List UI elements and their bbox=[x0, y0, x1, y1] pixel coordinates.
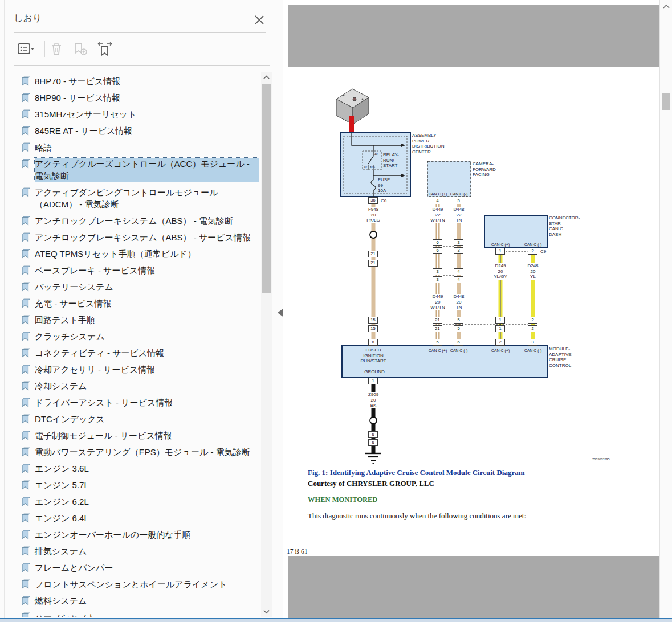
bookmark-icon bbox=[21, 612, 31, 617]
bookmark-item[interactable]: DTCインデックス bbox=[0, 411, 261, 427]
pin-box: 2 bbox=[528, 325, 537, 332]
scroll-down-icon[interactable] bbox=[262, 607, 271, 616]
pin-box: 6 bbox=[368, 431, 378, 438]
bookmark-options-button[interactable] bbox=[16, 41, 35, 59]
bookmark-item[interactable]: ベースブレーキ - サービス情報 bbox=[0, 262, 261, 279]
bookmark-item[interactable]: ドライバーアシスト - サービス情報 bbox=[0, 394, 261, 411]
scroll-up-icon[interactable] bbox=[262, 73, 271, 81]
bookmark-item-label: エンジンオーバーホールの一般的な手順 bbox=[35, 529, 259, 541]
bookmark-item[interactable]: 燃料システム bbox=[0, 592, 261, 609]
bookmark-item-label: バッテリーシステム bbox=[35, 281, 259, 293]
bookmark-item[interactable]: アクティブダンピングコントロールモジュール（ADCM） - 電気診断 bbox=[0, 184, 261, 212]
bookmark-item[interactable]: 冷却アクセサリ - サービス情報 bbox=[0, 361, 261, 378]
bookmark-item[interactable]: コネクティビティ - サービス情報 bbox=[0, 345, 261, 361]
bookmarks-scrollbar-thumb[interactable] bbox=[262, 84, 271, 293]
pin-box: 15 bbox=[368, 325, 378, 332]
bookmark-item[interactable]: 略語 bbox=[0, 139, 261, 156]
bookmark-item-label: ドライバーアシスト - サービス情報 bbox=[35, 396, 259, 408]
bookmark-item-label: 冷却アクセサリ - サービス情報 bbox=[35, 363, 259, 375]
bookmarks-scrollbar[interactable] bbox=[261, 72, 272, 617]
bookmark-item[interactable]: フロントサスペンションとホイールアライメント bbox=[0, 576, 261, 592]
bookmark-item[interactable]: 8HP90 - サービス情報 bbox=[0, 89, 261, 106]
bookmark-item[interactable]: エンジン 6.4L bbox=[0, 510, 261, 526]
ground-symbol bbox=[365, 453, 381, 463]
connector-c9-label: C9 bbox=[540, 249, 546, 255]
bookmark-icon bbox=[21, 126, 31, 136]
splice-symbol bbox=[370, 417, 377, 424]
camera-can-minus-label: CAN C (-) bbox=[450, 191, 468, 197]
bookmark-item[interactable]: 845RE AT - サービス情報 bbox=[0, 122, 261, 139]
bookmark-icon bbox=[21, 431, 31, 441]
bookmark-icon bbox=[21, 93, 31, 103]
bookmark-item[interactable]: エンジン 5.7L bbox=[0, 477, 261, 493]
bookmark-item[interactable]: クラッチシステム bbox=[0, 328, 261, 345]
document-scrollbar[interactable] bbox=[659, 0, 672, 618]
delete-bookmark-button bbox=[49, 41, 64, 59]
star-connector-label: CONNECTOR- STAR CAN C DASH bbox=[549, 215, 580, 237]
bookmark-icon bbox=[21, 315, 31, 325]
bookmark-item[interactable]: 冷却システム bbox=[0, 378, 261, 394]
bookmark-add-icon bbox=[72, 41, 89, 57]
wire-label-f948: F948 20 PK/LG bbox=[366, 207, 381, 223]
bookmark-item[interactable]: 電動パワーステアリング（EPS）モジュール - 電気診断 bbox=[0, 444, 261, 460]
close-panel-button[interactable] bbox=[252, 13, 267, 27]
pin-box: 5 bbox=[454, 325, 463, 332]
pin-box: 3 bbox=[528, 339, 537, 346]
toolbar-divider bbox=[14, 65, 270, 66]
pin-box: 21 bbox=[368, 251, 378, 257]
bookmark-item-label: エンジン 6.2L bbox=[35, 496, 259, 508]
bookmark-item-label: 電動パワーステアリング（EPS）モジュール - 電気診断 bbox=[35, 446, 259, 458]
pin-box: 1 bbox=[495, 317, 505, 324]
close-icon bbox=[253, 14, 266, 26]
pin-box: 6 bbox=[454, 339, 463, 346]
scroll-up-icon[interactable] bbox=[662, 3, 670, 9]
wire-label-d449-22: D449 22 WT/TN bbox=[430, 207, 445, 223]
bookmark-item[interactable]: バッテリーシステム bbox=[0, 279, 261, 295]
bookmark-item[interactable]: 8HP70 - サービス情報 bbox=[0, 73, 261, 89]
expand-current-bookmark-button[interactable] bbox=[96, 41, 114, 59]
bookmark-icon bbox=[21, 579, 31, 590]
bookmark-item[interactable]: アンチロックブレーキシステム（ABS） - サービス情報 bbox=[0, 229, 261, 245]
bookmark-item[interactable]: 排気システム bbox=[0, 543, 261, 559]
bookmark-item[interactable]: エンジン 3.6L bbox=[0, 460, 261, 477]
bookmark-item[interactable]: ハーフシャフト bbox=[0, 609, 261, 617]
pin-box: 6 bbox=[433, 239, 442, 246]
body-paragraph: This diagnostic runs continuously when t… bbox=[308, 511, 526, 521]
bookmark-item[interactable]: 充電 - サービス情報 bbox=[0, 295, 261, 312]
wire-d448 bbox=[457, 204, 461, 346]
pin-box: 5 bbox=[454, 317, 463, 324]
bookmark-icon bbox=[21, 298, 31, 309]
pdf-page: ASSEMBLY POWER DISTRIBUTION CENTER RELAY… bbox=[288, 67, 659, 556]
bookmark-icon bbox=[21, 216, 31, 226]
camera-label: CAMERA- FORWARD FACING bbox=[473, 161, 496, 178]
bookmark-item[interactable]: エンジンオーバーホールの一般的な手順 bbox=[0, 526, 261, 543]
relay-pin-87: 87 bbox=[364, 166, 368, 169]
pin-box: 4 bbox=[454, 268, 463, 275]
module-can-minus1-label: CAN C (-) bbox=[450, 348, 468, 354]
bookmark-item[interactable]: 回路テスト手順 bbox=[0, 312, 261, 328]
document-scrollbar-thumb[interactable] bbox=[662, 93, 670, 110]
bookmark-item[interactable]: アクティブクルーズコントロール（ACC）モジュール - 電気診断 bbox=[0, 156, 261, 184]
bookmark-item[interactable]: アンチロックブレーキシステム（ABS） - 電気診断 bbox=[0, 212, 261, 229]
bookmark-icon bbox=[21, 282, 31, 292]
bookmark-item-label: コネクティビティ - サービス情報 bbox=[35, 347, 259, 359]
bookmark-item-label: 充電 - サービス情報 bbox=[35, 297, 259, 309]
bookmark-item-label: エンジン 5.7L bbox=[35, 479, 259, 491]
bookmark-icon bbox=[21, 187, 31, 198]
bookmark-item-label: 8HP70 - サービス情報 bbox=[35, 75, 259, 87]
bookmark-icon bbox=[21, 348, 31, 358]
bookmark-icon bbox=[21, 232, 31, 243]
figure-caption-link[interactable]: Fig. 1: Identifying Adaptive Cruise Cont… bbox=[308, 468, 525, 477]
bookmark-icon bbox=[21, 249, 31, 259]
battery-feed-wire bbox=[349, 116, 354, 133]
bookmark-item[interactable]: 315MHzセンサーリセット bbox=[0, 106, 261, 122]
bookmark-item[interactable]: エンジン 6.2L bbox=[0, 493, 261, 510]
pin-box: 36 bbox=[368, 197, 378, 204]
bookmark-item[interactable]: 電子制御モジュール - サービス情報 bbox=[0, 427, 261, 444]
bookmark-item[interactable]: フレームとバンパー bbox=[0, 559, 261, 576]
wire-label-d249: D249 20 YL/GY bbox=[493, 263, 508, 280]
bookmarks-panel: しおり bbox=[0, 0, 283, 618]
bookmark-item[interactable]: ATEQ TPMSリセット手順（通常ビルド） bbox=[0, 245, 261, 262]
bookmark-icon bbox=[21, 265, 31, 276]
bookmark-icon bbox=[21, 513, 31, 523]
